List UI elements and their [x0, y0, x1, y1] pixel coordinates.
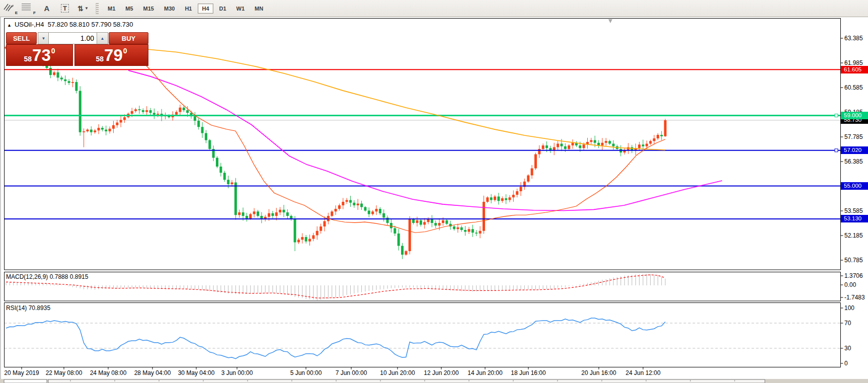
- volume-increase-button[interactable]: ▲: [97, 32, 108, 44]
- buy-button[interactable]: BUY: [109, 32, 148, 44]
- sell-price-big: 73: [32, 47, 51, 63]
- ohlc-readout: 57.820 58.810 57.790 58.730: [48, 21, 133, 28]
- dropdown-caret-icon: ▼: [85, 6, 89, 11]
- indicator-scale-label: 1.3706: [844, 272, 863, 279]
- macd-label: MACD(12,26,9) 0.7888 0.8915: [6, 273, 88, 280]
- fibonacci-grid-icon[interactable]: F: [21, 3, 36, 15]
- indicator-scale-label: 100: [844, 304, 854, 312]
- indicator-scale-label: 0: [844, 360, 848, 367]
- price-tick-label: 57.785: [844, 133, 863, 140]
- time-label: 18 Jun 16:00: [511, 369, 545, 376]
- indicator-scale-label: 70: [844, 320, 851, 327]
- price-badge-57.020: 57.020: [841, 146, 868, 154]
- buy-price-small: 58: [96, 55, 104, 63]
- time-label: 5 Jun 00:00: [290, 369, 322, 376]
- buy-price-display[interactable]: 58 79 0: [74, 44, 148, 66]
- rsi-label: RSI(14) 70.8935: [6, 304, 50, 312]
- price-badge-61.605: 61.605: [841, 66, 868, 73]
- sell-button[interactable]: SELL: [6, 32, 37, 44]
- time-label: 28 May 04:00: [134, 369, 171, 376]
- price-tick-label: 60.585: [844, 84, 863, 91]
- time-label: 22 May 08:00: [46, 369, 83, 376]
- sell-price-small: 58: [24, 55, 32, 63]
- chart-tab-stub[interactable]: [4, 379, 47, 383]
- icon-sub-label: F: [33, 11, 36, 15]
- indicator-scale-label: 30: [844, 345, 851, 352]
- indicator-scale-label: -1.7483: [844, 294, 865, 301]
- panel-background: [5, 272, 841, 301]
- price-tick-label: 50.785: [844, 257, 863, 264]
- tf-button-h4-active[interactable]: H4: [198, 4, 213, 14]
- buy-price-sup: 0: [123, 47, 127, 55]
- tf-button-w1[interactable]: W1: [232, 4, 249, 14]
- one-click-trade-panel: SELL ▼ ▲ BUY 58 73 0 58 79 0: [6, 32, 147, 65]
- price-tick-label: 53.585: [844, 207, 863, 214]
- sell-price-display[interactable]: 58 73 0: [6, 44, 73, 66]
- arrow-style-icon[interactable]: ⇅ ▼: [75, 3, 91, 15]
- volume-decrease-button[interactable]: ▼: [38, 32, 49, 44]
- volume-input[interactable]: [48, 32, 98, 44]
- tf-button-m1[interactable]: M1: [104, 4, 119, 14]
- icon-sub-label: E: [15, 11, 18, 15]
- time-label: 20 Jun 16:00: [581, 369, 616, 376]
- symbol-label: USOil-,H4: [15, 21, 44, 28]
- time-label: 7 Jun 00:00: [336, 369, 367, 376]
- crosshair-draw-icon[interactable]: E: [3, 3, 18, 15]
- mt4-window: { "toolbar": { "icons": [ {"id": "crossh…: [0, 0, 868, 383]
- panel-background: [5, 303, 841, 367]
- text-annotation-icon[interactable]: A: [39, 3, 54, 15]
- toolbar-grip[interactable]: [96, 3, 99, 14]
- tab-bar-stub[interactable]: [48, 379, 765, 383]
- collapse-triangle-icon[interactable]: ▲: [7, 23, 12, 28]
- toolbar: E F A T ⇅ ▼ M1 M5 M15 M30 H1 H4 D1: [0, 0, 868, 17]
- tf-button-m5[interactable]: M5: [121, 4, 137, 14]
- tf-button-d1[interactable]: D1: [215, 4, 230, 14]
- symbol-header: ▲USOil-,H4 57.820 58.810 57.790 58.730: [7, 21, 133, 28]
- price-badge-55.000: 55.000: [841, 182, 868, 190]
- time-label: 20 May 2019: [4, 369, 39, 376]
- time-label: 3 Jun 00:00: [221, 369, 253, 376]
- price-badge-53.130: 53.130: [841, 215, 868, 222]
- tf-button-h1[interactable]: H1: [181, 4, 196, 14]
- time-label: 24 May 08:00: [90, 369, 127, 376]
- tf-button-m15[interactable]: M15: [139, 4, 158, 14]
- time-label: 12 Jun 20:00: [424, 369, 458, 376]
- time-label: 10 Jun 20:00: [380, 369, 415, 376]
- text-box-icon[interactable]: T: [57, 3, 72, 15]
- buy-price-big: 79: [104, 47, 123, 63]
- time-label: 30 May 04:00: [178, 369, 215, 376]
- price-tick-label: 52.185: [844, 232, 863, 239]
- sell-price-sup: 0: [51, 47, 55, 55]
- time-axis: 20 May 201922 May 08:0024 May 08:0028 Ma…: [0, 368, 868, 379]
- tf-button-mn[interactable]: MN: [251, 4, 267, 14]
- price-axis: 63.38561.98560.58559.18557.78556.38553.5…: [841, 0, 868, 383]
- price-tick-label: 56.385: [844, 158, 863, 165]
- time-label: 24 Jun 12:00: [625, 369, 660, 376]
- price-tick-label: 63.385: [844, 35, 863, 42]
- price-badge-59.000: 59.000: [841, 112, 868, 119]
- tf-button-m30[interactable]: M30: [160, 4, 179, 14]
- time-label: 14 Jun 20:00: [467, 369, 502, 376]
- indicator-scale-label: 0.00: [844, 281, 856, 288]
